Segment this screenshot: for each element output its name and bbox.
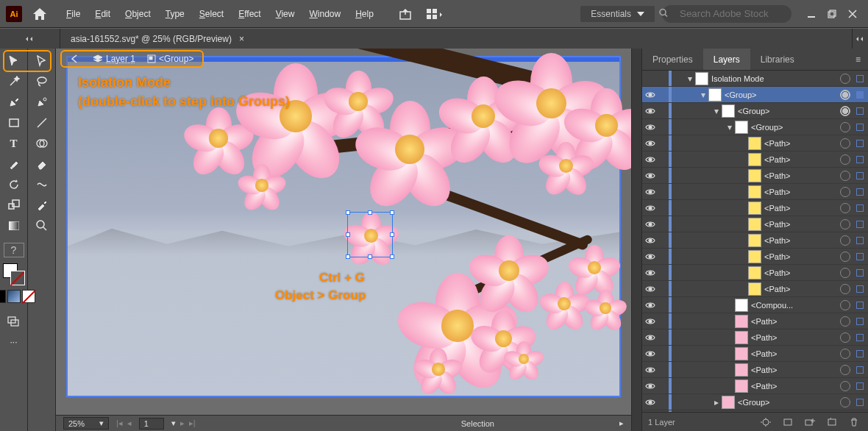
- share-icon[interactable]: [394, 5, 416, 23]
- menu-help[interactable]: Help: [349, 6, 380, 22]
- layer-row[interactable]: <Path>: [642, 184, 868, 200]
- menu-view[interactable]: View: [270, 6, 301, 22]
- screen-mode[interactable]: [3, 312, 25, 331]
- layer-row[interactable]: <Path>: [642, 330, 868, 346]
- target-button[interactable]: [840, 268, 850, 278]
- selection-indicator[interactable]: [856, 221, 864, 228]
- layer-row[interactable]: <Path>: [642, 232, 868, 249]
- layer-row[interactable]: ▸<Group>: [642, 410, 868, 412]
- panel-tab-properties[interactable]: Properties: [642, 49, 703, 70]
- target-button[interactable]: [840, 138, 850, 149]
- visibility-toggle[interactable]: [642, 399, 658, 406]
- visibility-toggle[interactable]: [642, 253, 658, 260]
- close-tab-button[interactable]: ×: [239, 34, 244, 44]
- expand-arrow[interactable]: ▾: [711, 106, 722, 116]
- selection-indicator[interactable]: [856, 350, 864, 357]
- layer-row[interactable]: ▸<Group>: [642, 394, 868, 410]
- visibility-toggle[interactable]: [642, 318, 658, 325]
- new-sublayer-button[interactable]: [802, 416, 818, 429]
- layer-row[interactable]: <Path>: [642, 152, 868, 168]
- scale-tool[interactable]: [3, 196, 25, 215]
- layer-row[interactable]: <Path>: [642, 135, 868, 152]
- expand-arrow[interactable]: ▾: [685, 74, 695, 84]
- selection-indicator[interactable]: [856, 124, 864, 131]
- chip-gradient[interactable]: [7, 290, 21, 303]
- menu-select[interactable]: Select: [193, 6, 230, 22]
- zoom-tool[interactable]: [31, 216, 53, 235]
- layer-row[interactable]: ▾<Group>: [642, 103, 868, 119]
- new-layer-button[interactable]: [824, 416, 840, 429]
- layer-row[interactable]: <Path>: [642, 249, 868, 265]
- restore-button[interactable]: [822, 6, 842, 22]
- visibility-toggle[interactable]: [642, 221, 658, 228]
- target-button[interactable]: [840, 154, 850, 165]
- selection-indicator[interactable]: [856, 91, 864, 99]
- rotate-tool[interactable]: [3, 175, 25, 194]
- selection-indicator[interactable]: [856, 253, 864, 260]
- visibility-toggle[interactable]: [642, 91, 658, 99]
- layer-row[interactable]: <Path>: [642, 362, 868, 378]
- layers-list[interactable]: ▾Isolation Mode▾<Group>▾<Group>▾<Group><…: [642, 71, 868, 412]
- layer-row[interactable]: <Path>: [642, 313, 868, 330]
- target-button[interactable]: [840, 187, 850, 197]
- width-tool[interactable]: [31, 175, 53, 194]
- panel-tab-layers[interactable]: Layers: [703, 49, 750, 70]
- close-button[interactable]: [843, 6, 862, 22]
- chip-color[interactable]: [0, 290, 6, 303]
- artboard-field[interactable]: 1: [139, 418, 164, 430]
- menu-edit[interactable]: Edit: [89, 6, 116, 22]
- layer-row[interactable]: <Path>: [642, 265, 868, 281]
- layer-row[interactable]: ▾<Group>: [642, 87, 868, 103]
- menu-object[interactable]: Object: [119, 6, 157, 22]
- selection-indicator[interactable]: [856, 107, 864, 115]
- paintbrush-tool[interactable]: [3, 154, 25, 174]
- canvas[interactable]: Isolation Mode (double-click to step int…: [56, 49, 631, 415]
- layer-row[interactable]: <Path>: [642, 200, 868, 216]
- zoom-field[interactable]: 25%▾: [63, 417, 109, 430]
- target-button[interactable]: [840, 219, 850, 229]
- expand-arrow[interactable]: ▸: [711, 397, 722, 407]
- layer-row[interactable]: <Path>: [642, 216, 868, 232]
- selection-indicator[interactable]: [856, 172, 864, 179]
- panel-tab-libraries[interactable]: Libraries: [750, 49, 805, 70]
- selection-indicator[interactable]: [856, 366, 864, 374]
- visibility-toggle[interactable]: [642, 285, 658, 293]
- menu-file[interactable]: File: [60, 6, 86, 22]
- layer-row[interactable]: <Path>: [642, 378, 868, 394]
- selection-indicator[interactable]: [856, 237, 864, 244]
- expand-arrow[interactable]: ▾: [698, 90, 708, 100]
- lasso-tool[interactable]: [31, 72, 53, 91]
- hint-button[interactable]: ?: [4, 243, 24, 257]
- visibility-toggle[interactable]: [642, 124, 658, 131]
- target-button[interactable]: [840, 90, 850, 100]
- selection-tool[interactable]: [3, 51, 25, 71]
- vertical-scrollbar[interactable]: [631, 49, 641, 431]
- right-panel-collapse[interactable]: [852, 29, 868, 49]
- selection-indicator[interactable]: [856, 285, 864, 293]
- layer-row[interactable]: <Path>: [642, 281, 868, 297]
- visibility-toggle[interactable]: [642, 334, 658, 341]
- selection-indicator[interactable]: [856, 382, 864, 390]
- artboard-nav-next[interactable]: ▾▸▸|: [171, 418, 196, 428]
- edit-toolbar[interactable]: ···: [3, 332, 25, 352]
- target-button[interactable]: [840, 122, 850, 132]
- home-button[interactable]: [29, 4, 50, 24]
- selection-indicator[interactable]: [856, 204, 864, 212]
- selection-box[interactable]: [347, 212, 393, 257]
- selection-indicator[interactable]: [856, 156, 864, 163]
- minimize-button[interactable]: [802, 6, 821, 22]
- locate-layer-button[interactable]: [758, 416, 774, 429]
- iso-group[interactable]: <Group>: [141, 52, 199, 65]
- expand-arrow[interactable]: ▾: [725, 122, 735, 132]
- target-button[interactable]: [840, 332, 850, 343]
- visibility-toggle[interactable]: [642, 140, 658, 147]
- selection-indicator[interactable]: [856, 399, 864, 406]
- pen-tool[interactable]: [3, 93, 25, 112]
- status-menu[interactable]: ▸: [619, 418, 624, 428]
- panel-menu-button[interactable]: ≡: [848, 54, 868, 65]
- layer-row[interactable]: <Compou...: [642, 297, 868, 313]
- target-button[interactable]: [840, 381, 850, 391]
- rectangle-tool[interactable]: [3, 113, 25, 132]
- artboard-nav[interactable]: |◂◂: [116, 418, 132, 428]
- iso-back-button[interactable]: [65, 53, 87, 65]
